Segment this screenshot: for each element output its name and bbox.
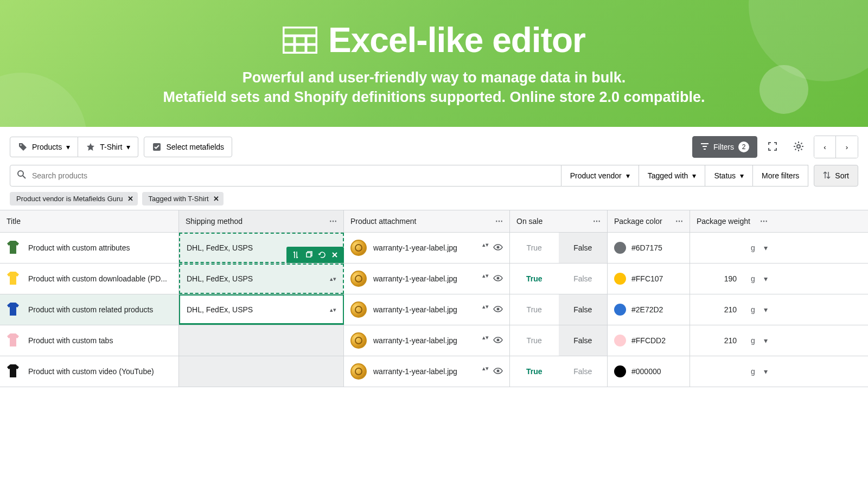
vendor-filter[interactable]: Product vendor ▾ (561, 165, 639, 187)
attachment-cell[interactable]: warranty-1-year-label.jpg▴▾ (344, 233, 510, 263)
more-filters-button[interactable]: More filters (753, 165, 808, 187)
false-toggle[interactable]: False (559, 264, 608, 294)
column-menu-icon[interactable]: ⋯ (675, 217, 684, 226)
col-title[interactable]: Title (0, 210, 179, 232)
color-cell[interactable]: #2E72D2 (608, 294, 690, 325)
title-cell[interactable]: Product with custom downloadable (PD... (0, 264, 179, 294)
close-icon[interactable]: ✕ (213, 195, 219, 203)
table-row[interactable]: Product with custom related productsDHL,… (0, 294, 868, 325)
chevron-down-icon[interactable]: ▾ (764, 243, 768, 252)
col-weight[interactable]: Package weight⋯ (690, 210, 774, 232)
col-shipping[interactable]: Shipping method⋯ (179, 210, 344, 232)
table-row[interactable]: Product with custom attributesDHL, FedEx… (0, 233, 868, 264)
title-cell[interactable]: Product with custom related products (0, 294, 179, 325)
chevron-down-icon[interactable]: ▾ (764, 336, 768, 345)
col-attachment[interactable]: Product attachment⋯ (344, 210, 510, 232)
onsale-cell[interactable]: TrueFalse (510, 294, 608, 325)
weight-cell[interactable]: 210g▾ (690, 325, 774, 356)
color-cell[interactable]: #6D7175 (608, 233, 690, 263)
column-menu-icon[interactable]: ⋯ (329, 217, 338, 226)
table-row[interactable]: Product with custom tabswarranty-1-year-… (0, 325, 868, 356)
false-toggle[interactable]: False (559, 233, 608, 263)
true-toggle[interactable]: True (510, 264, 559, 294)
move-icon[interactable] (290, 249, 302, 261)
color-cell[interactable]: #FFCDD2 (608, 325, 690, 356)
false-toggle[interactable]: False (559, 294, 608, 325)
product-thumbnail (3, 269, 23, 288)
eye-icon[interactable] (493, 304, 503, 316)
table-row[interactable]: Product with custom downloadable (PD...D… (0, 264, 868, 294)
eye-icon[interactable] (493, 335, 503, 346)
color-cell[interactable]: #FFC107 (608, 264, 690, 294)
false-toggle[interactable]: False (559, 325, 608, 356)
filters-button[interactable]: Filters 2 (692, 136, 757, 158)
eye-icon[interactable] (493, 242, 503, 254)
select-handle-icon[interactable]: ▴▾ (482, 303, 489, 310)
onsale-cell[interactable]: TrueFalse (510, 356, 608, 387)
status-filter[interactable]: Status ▾ (705, 165, 753, 187)
true-toggle[interactable]: True (510, 294, 559, 325)
undo-icon[interactable] (316, 249, 328, 261)
weight-cell[interactable]: g▾ (690, 233, 774, 263)
close-icon[interactable]: ✕ (127, 195, 133, 203)
svg-point-5 (20, 144, 22, 146)
title-cell[interactable]: Product with custom video (YouTube) (0, 356, 179, 387)
weight-cell[interactable]: 190g▾ (690, 264, 774, 294)
true-toggle[interactable]: True (510, 356, 559, 387)
chip-tagged[interactable]: Tagged with T-Shirt✕ (142, 192, 224, 206)
weight-cell[interactable]: g▾ (690, 356, 774, 387)
chevron-down-icon[interactable]: ▾ (764, 305, 768, 314)
fullscreen-button[interactable] (762, 136, 783, 158)
col-color[interactable]: Package color⋯ (608, 210, 690, 232)
chevron-down-icon[interactable]: ▾ (764, 367, 768, 376)
false-toggle[interactable]: False (559, 356, 608, 387)
shipping-cell[interactable]: DHL, FedEx, USPS▴▾ (179, 264, 344, 294)
weight-cell[interactable]: 210g▾ (690, 294, 774, 325)
search-input[interactable] (32, 171, 554, 180)
title-cell[interactable]: Product with custom attributes (0, 233, 179, 263)
search-box[interactable] (10, 165, 561, 187)
eye-icon[interactable] (493, 366, 503, 377)
onsale-cell[interactable]: TrueFalse (510, 264, 608, 294)
shipping-cell[interactable] (179, 325, 344, 356)
close-icon[interactable] (329, 249, 341, 261)
checkbox-icon (152, 142, 162, 152)
table-row[interactable]: Product with custom video (YouTube)warra… (0, 356, 868, 387)
chip-vendor[interactable]: Product vendor is Metafields Guru✕ (10, 192, 138, 206)
true-toggle[interactable]: True (510, 233, 559, 263)
select-handle-icon[interactable]: ▴▾ (482, 272, 489, 279)
shipping-cell[interactable]: DHL, FedEx, USPS▴▾ (179, 294, 344, 325)
prev-page-button[interactable]: ‹ (814, 136, 836, 158)
products-dropdown[interactable]: Products ▾ (10, 137, 78, 157)
attachment-cell[interactable]: warranty-1-year-label.jpg▴▾ (344, 356, 510, 387)
tagged-filter[interactable]: Tagged with ▾ (639, 165, 706, 187)
chevron-down-icon[interactable]: ▾ (764, 274, 768, 283)
title-cell[interactable]: Product with custom tabs (0, 325, 179, 356)
true-toggle[interactable]: True (510, 325, 559, 356)
settings-button[interactable] (788, 136, 809, 158)
sort-button[interactable]: Sort (814, 165, 858, 187)
select-handle-icon[interactable]: ▴▾ (482, 333, 489, 341)
eye-icon[interactable] (493, 273, 503, 285)
svg-line-9 (23, 176, 25, 178)
next-page-button[interactable]: › (836, 136, 858, 158)
attachment-cell[interactable]: warranty-1-year-label.jpg▴▾ (344, 264, 510, 294)
onsale-cell[interactable]: TrueFalse (510, 325, 608, 356)
column-menu-icon[interactable]: ⋯ (760, 217, 769, 226)
color-cell[interactable]: #000000 (608, 356, 690, 387)
select-handle-icon[interactable]: ▴▾ (482, 241, 489, 248)
copy-icon[interactable] (303, 249, 315, 261)
column-menu-icon[interactable]: ⋯ (593, 217, 602, 226)
attachment-cell[interactable]: warranty-1-year-label.jpg▴▾ (344, 294, 510, 325)
tshirt-dropdown[interactable]: T-Shirt ▾ (78, 137, 138, 157)
column-menu-icon[interactable]: ⋯ (495, 217, 504, 226)
attachment-cell[interactable]: warranty-1-year-label.jpg▴▾ (344, 325, 510, 356)
attachment-thumbnail (350, 240, 367, 256)
pager: ‹ › (814, 136, 858, 158)
select-handle-icon[interactable]: ▴▾ (482, 364, 489, 371)
select-metafields-button[interactable]: Select metafields (144, 137, 232, 157)
col-onsale[interactable]: On sale⋯ (510, 210, 608, 232)
shipping-cell[interactable] (179, 356, 344, 387)
chevron-down-icon: ▾ (740, 171, 744, 180)
onsale-cell[interactable]: TrueFalse (510, 233, 608, 263)
